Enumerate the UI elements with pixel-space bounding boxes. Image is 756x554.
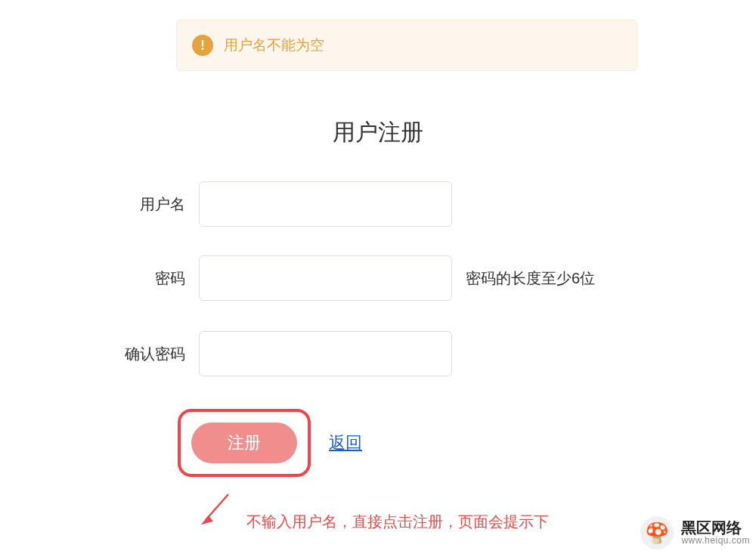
svg-marker-1 xyxy=(201,515,213,525)
password-label: 密码 xyxy=(102,268,185,289)
password-hint: 密码的长度至少6位 xyxy=(466,268,595,289)
warning-icon-glyph: ! xyxy=(200,38,205,54)
watermark-logo-icon: 🍄 xyxy=(640,516,674,549)
alert-warning: ! 用户名不能为空 xyxy=(176,20,637,71)
confirm-password-label: 确认密码 xyxy=(102,344,185,364)
watermark-url: www.heiqu.com xyxy=(681,536,750,546)
confirm-password-input[interactable] xyxy=(199,331,452,376)
form-row-password: 密码 密码的长度至少6位 xyxy=(102,255,595,301)
username-label: 用户名 xyxy=(102,194,185,215)
username-input[interactable] xyxy=(199,181,452,227)
button-row: 注册 返回 xyxy=(178,409,362,477)
watermark: 🍄 黑区网络 www.heiqu.com xyxy=(640,516,750,549)
form-row-confirm: 确认密码 xyxy=(102,331,452,376)
annotation-highlight-box: 注册 xyxy=(178,409,311,477)
back-link[interactable]: 返回 xyxy=(329,432,362,454)
warning-icon: ! xyxy=(192,35,213,56)
register-button[interactable]: 注册 xyxy=(191,422,297,463)
form-title: 用户注册 xyxy=(0,117,756,148)
watermark-text: 黑区网络 www.heiqu.com xyxy=(681,519,750,546)
password-input[interactable] xyxy=(199,255,452,301)
annotation-text: 不输入用户名，直接点击注册，页面会提示下 xyxy=(246,512,549,532)
annotation-arrow-icon xyxy=(197,490,234,528)
alert-text: 用户名不能为空 xyxy=(224,36,324,55)
form-row-username: 用户名 xyxy=(102,181,452,227)
watermark-title: 黑区网络 xyxy=(681,519,750,536)
